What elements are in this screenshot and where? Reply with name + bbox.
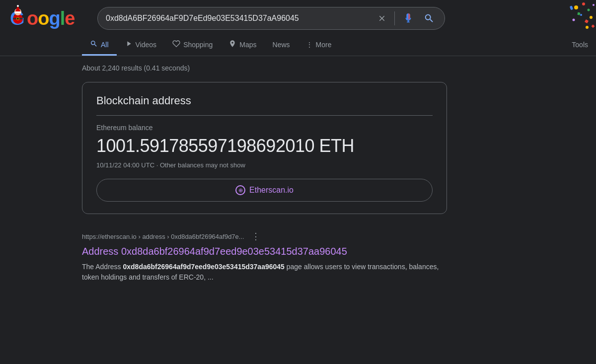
svg-rect-3 — [14, 11, 21, 13]
result-title-link-0[interactable]: Address 0xd8da6bf26964af9d7eed9e03e53415… — [82, 245, 447, 258]
result-url-0: https://etherscan.io › address › 0xd8da6… — [82, 230, 447, 243]
svg-rect-6 — [17, 17, 19, 20]
blockchain-card-divider — [96, 115, 433, 116]
result-snippet-0: The Address 0xd8da6bf26964af9d7eed9e03e5… — [82, 262, 447, 283]
search-input[interactable]: 0xd8dA6BF26964aF9D7eEd9e03E53415D37aA960… — [106, 14, 371, 23]
tab-all-label: All — [101, 41, 109, 49]
tab-more-label: More — [316, 41, 332, 49]
search-bar-icons — [375, 11, 437, 26]
tab-videos-label: Videos — [136, 41, 157, 49]
svg-point-10 — [582, 2, 585, 5]
result-menu-button-0[interactable]: ⋮ — [248, 230, 263, 243]
blockchain-card: Blockchain address Ethereum balance 1001… — [82, 82, 447, 214]
videos-tab-icon — [125, 40, 133, 49]
google-logo[interactable]: G o o g l e — [10, 9, 89, 28]
svg-rect-18 — [570, 5, 573, 10]
shopping-tab-icon — [172, 40, 180, 49]
result-url-text-0: https://etherscan.io › address › 0xd8da6… — [82, 233, 244, 240]
svg-point-13 — [590, 16, 593, 19]
svg-rect-20 — [591, 24, 595, 28]
tab-maps[interactable]: Maps — [221, 35, 264, 56]
svg-point-11 — [588, 9, 590, 11]
maps-tab-icon — [228, 40, 236, 49]
snippet-before-0: The Address — [82, 263, 123, 271]
tab-maps-label: Maps — [239, 41, 256, 49]
confetti-decoration — [497, 0, 596, 40]
svg-rect-15 — [585, 19, 589, 23]
search-result-0: https://etherscan.io › address › 0xd8da6… — [82, 230, 447, 283]
eth-timestamp: 10/11/22 04:00 UTC · Other balances may … — [96, 161, 433, 169]
svg-point-14 — [573, 19, 575, 21]
tab-videos[interactable]: Videos — [117, 35, 165, 56]
more-tab-icon: ⋮ — [306, 41, 313, 49]
tab-shopping-label: Shopping — [183, 41, 213, 49]
svg-rect-16 — [577, 12, 580, 15]
tab-news[interactable]: News — [265, 36, 298, 55]
etherscan-label: Etherscan.io — [249, 186, 294, 195]
tab-all[interactable]: All — [82, 35, 117, 56]
header: G o o g l e 0xd8dA6BF26964aF9D7eEd9e03E5… — [0, 0, 596, 35]
snippet-bold-0: 0xd8da6bf26964af9d7eed9e03e53415d37aa960… — [123, 263, 285, 271]
svg-point-4 — [17, 5, 19, 7]
results-area: About 2,240 results (0.41 seconds) Block… — [0, 56, 447, 283]
eth-balance-label: Ethereum balance — [96, 124, 433, 132]
tools-button[interactable]: Tools — [564, 36, 596, 55]
nav-tabs: All Videos Shopping Maps News ⋮ More Too… — [0, 35, 596, 56]
tab-shopping[interactable]: Shopping — [164, 35, 221, 56]
search-submit-button[interactable] — [422, 11, 437, 26]
eth-balance-value: 1001.59178559719869​2010 ETH — [96, 136, 433, 156]
clear-button[interactable] — [375, 12, 388, 25]
svg-point-9 — [574, 5, 578, 9]
search-divider — [394, 11, 395, 25]
globe-icon: ⊕ — [235, 185, 245, 195]
svg-point-17 — [593, 4, 595, 6]
santa-logo-decoration — [10, 5, 26, 27]
blockchain-card-title: Blockchain address — [96, 94, 433, 107]
voice-search-button[interactable] — [401, 11, 416, 26]
svg-point-12 — [580, 14, 582, 16]
tab-more[interactable]: ⋮ More — [298, 36, 340, 55]
tab-news-label: News — [273, 41, 290, 49]
results-count: About 2,240 results (0.41 seconds) — [82, 64, 447, 72]
svg-point-19 — [586, 26, 589, 29]
search-bar[interactable]: 0xd8dA6BF26964aF9D7eEd9e03E53415D37aA960… — [97, 7, 445, 30]
etherscan-button[interactable]: ⊕ Etherscan.io — [96, 179, 433, 202]
all-tab-icon — [90, 40, 98, 49]
